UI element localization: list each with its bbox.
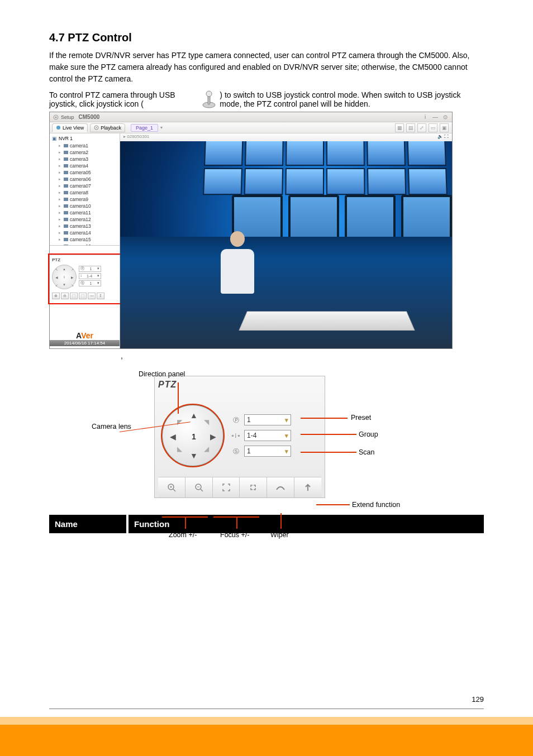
mini-wiper-icon[interactable]: 〰 [88,293,96,299]
svg-point-2 [206,91,212,97]
scan-select[interactable]: 1▾ [244,446,291,457]
callout-group: Group [359,430,378,438]
mini-focus-out-icon[interactable]: ⬚ [79,293,87,299]
timestamp: 2014/06/16 17:14:54 [50,340,120,346]
callout-scan: Scan [359,448,375,456]
dpad-sw[interactable]: ◣ [172,441,187,457]
camera-tree-item[interactable]: camera1 [59,142,117,149]
camera-tree-item[interactable]: camera11 [59,209,117,216]
callout-wiper: Wiper [270,531,289,539]
dpad-ne[interactable]: ◥ [198,414,214,430]
ptz-header: PTZ [158,380,321,390]
mini-group-select[interactable]: ⁞ 1-4 ▾ [79,273,101,279]
camera-tree-item[interactable]: camera10 [59,203,117,209]
section-heading: 4.7 PTZ Control [49,31,484,44]
callout-preset: Preset [351,414,371,422]
ptz-annotated: PTZ ▲ ▼ ◀ ▶ 1 ◤ ◥ ◣ ◢ Ⓟ 1▾ [154,376,378,498]
layout-icon-1[interactable]: ▦ [395,123,404,132]
zoom-out-button[interactable] [185,477,213,497]
scan-icon: Ⓢ [231,446,241,456]
callout-direction-panel: Direction panel [139,370,185,378]
mini-focus-in-icon[interactable]: ⬚ [70,293,78,299]
camera-tree-item[interactable]: camera4 [59,162,117,169]
camera-tree-item[interactable]: camera05 [59,169,117,176]
fullscreen-icon[interactable]: ⤢ [417,123,426,132]
joystick-para-post: ) to switch to USB joystick control mode… [220,90,484,108]
app-title: CM5000 [79,114,100,120]
wiper-button[interactable] [267,477,294,497]
function-table-header: Name Function [49,515,484,533]
mini-preset-select[interactable]: Ⓟ 1 ▾ [79,266,101,272]
camera-tree-item[interactable]: camera13 [59,223,117,229]
camera-tree-item[interactable]: camera2 [59,149,117,156]
group-select[interactable]: 1-4▾ [244,430,291,441]
tab-live-view[interactable]: Live View [52,123,88,132]
callout-extend: Extend function [352,501,400,509]
video-canvas[interactable]: ▸ 028050301🔈 ⛶ [120,133,452,348]
preset-select[interactable]: 1▾ [244,414,291,425]
zoom-in-button[interactable] [158,477,185,497]
joystick-icon [202,89,216,108]
th-name: Name [49,515,127,533]
monitor-icon[interactable]: ▣ [440,123,449,132]
mini-zoom-out-icon[interactable]: ⊖ [61,293,69,299]
camera-tree-item[interactable]: camera8 [59,189,117,196]
direction-panel[interactable]: ▲ ▼ ◀ ▶ 1 ◤ ◥ ◣ ◢ [161,404,224,467]
camera-tree-item[interactable]: camera12 [59,216,117,223]
setup-button[interactable]: Setup [53,114,74,120]
callout-focus: Focus +/- [220,531,249,539]
camera-tree-item[interactable]: camera15 [59,236,117,243]
brand-logo: AVer [50,331,120,340]
joystick-para-pre: To control PTZ camera through USB joysti… [49,90,198,108]
page-footer: 129 [0,709,533,756]
info-icon[interactable]: i [422,114,429,121]
close-icon[interactable]: ⊙ [442,114,449,121]
mini-scan-select[interactable]: Ⓢ 1 ▾ [79,280,101,286]
camera-tree-item[interactable]: camera07 [59,183,117,189]
tab-playback[interactable]: Playback [90,123,125,132]
camera-tree[interactable]: NVR 1 camera1camera2camera3camera4camera… [50,133,120,245]
intro-paragraph: If the remote DVR/NVR server has PTZ typ… [49,50,484,85]
mini-extend-icon[interactable]: ↥ [97,293,104,299]
svg-point-7 [96,127,97,128]
minimize-icon[interactable]: — [432,114,439,121]
callout-zoom: Zoom +/- [169,531,197,539]
group-icon: ∘⁞∘ [231,430,241,441]
grid-icon[interactable]: ▭ [429,123,437,132]
ptz-mini-panel[interactable]: PTZ ↖▲↗ ◀1▶ ↙▼↘ Ⓟ 1 ▾ ⁞ 1-4 ▾ Ⓢ 1 ▾ [50,255,120,303]
camera-tree-item[interactable]: camera9 [59,196,117,203]
svg-point-5 [56,126,60,130]
app-screenshot: Setup CM5000 i — ⊙ Live View Playback Pa… [49,112,453,349]
dpad-mini[interactable]: ↖▲↗ ◀1▶ ↙▼↘ [52,265,77,289]
callout-camera-lens: Camera lens [92,423,131,430]
extend-button[interactable] [294,477,321,497]
stray-comma: , [121,351,484,360]
page-chip[interactable]: Page_1 [131,124,158,132]
focus-out-button[interactable] [240,477,267,497]
svg-line-9 [173,489,175,491]
camera-tree-item[interactable]: camera06 [59,176,117,183]
page-number: 129 [472,695,484,704]
dpad-se[interactable]: ◢ [198,441,214,457]
focus-in-button[interactable] [213,477,240,497]
camera-tree-item[interactable]: camera14 [59,229,117,236]
svg-point-4 [55,116,57,118]
camera-tree-item[interactable]: camera3 [59,156,117,162]
layout-icon-2[interactable]: ▤ [406,123,415,132]
preset-icon: Ⓟ [231,415,241,425]
mini-zoom-in-icon[interactable]: ⊕ [52,293,60,299]
svg-line-13 [201,489,203,491]
